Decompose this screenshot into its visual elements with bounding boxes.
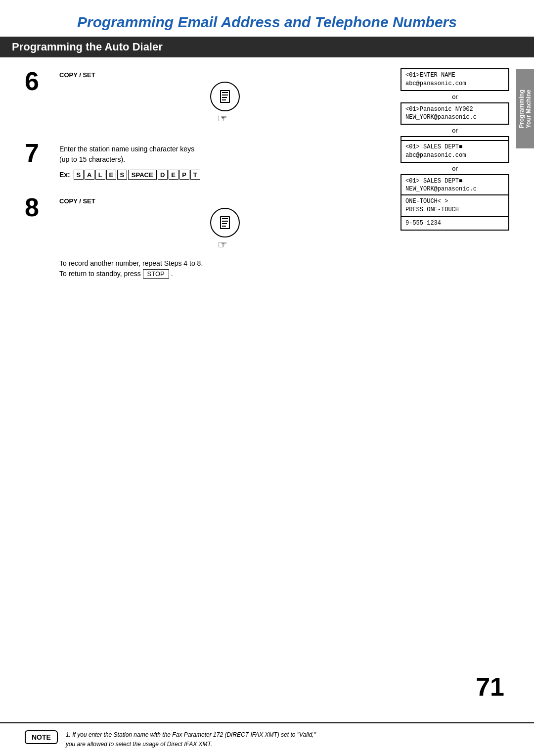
step7-example: Ex: S A L E S SPACE D E P T: [59, 170, 386, 180]
step7-display-2: <01> SALES DEPT■ NEW_YORK@panasonic.c: [400, 174, 509, 197]
step8-right-displays: ONE-TOUCH< > PRESS ONE-TOUCH: [400, 194, 509, 219]
step8-copy-label: COPY / SET: [59, 197, 386, 205]
key-t: T: [190, 170, 200, 180]
step6-display-1: <01>ENTER NAME abc@panasonic.com: [400, 68, 509, 91]
note-text: 1. If you enter the Station name with th…: [66, 730, 316, 749]
step8-display-1: ONE-TOUCH< > PRESS ONE-TOUCH: [400, 194, 509, 217]
note-area: NOTE 1. If you enter the Station name wi…: [0, 722, 534, 756]
or-2: or: [400, 127, 509, 134]
page-wrapper: Programming Email Address and Telephone …: [0, 0, 534, 756]
key-a: A: [85, 170, 94, 180]
step6-display-2: <01>Panasonic NY002 NEW_YORK@panasonic.c: [400, 102, 509, 125]
note-label: NOTE: [25, 730, 58, 744]
main-title: Programming Email Address and Telephone …: [0, 0, 534, 37]
step7-display-1: <01> SALES DEPT■ abc@panasonic.com: [400, 140, 509, 163]
key-l: L: [95, 170, 105, 180]
key-s: S: [74, 170, 84, 180]
step8-button-icon: ☞: [59, 208, 386, 251]
step6-button-icon: ☞: [59, 82, 386, 125]
key-e2: E: [169, 170, 178, 180]
step7-description: Enter the station name using character k…: [59, 144, 386, 165]
step6-copy-label: COPY / SET: [59, 71, 386, 79]
step8-standby-text: To return to standby, press STOP .: [59, 269, 386, 279]
key-p: P: [179, 170, 189, 180]
step8-record-text: To record another number, repeat Steps 4…: [59, 259, 386, 267]
key-d: D: [158, 170, 168, 180]
step-8-number: 8: [25, 194, 54, 279]
key-space: SPACE: [128, 170, 157, 180]
section-header: Programming the Auto Dialer: [0, 37, 534, 57]
key-s2: S: [117, 170, 127, 180]
or-3: or: [400, 165, 509, 172]
page-number: 71: [476, 672, 504, 702]
key-e1: E: [106, 170, 116, 180]
step-6-number: 6: [25, 68, 54, 125]
stop-key: STOP: [143, 269, 169, 279]
or-1: or: [400, 93, 509, 100]
step-7-number: 7: [25, 140, 54, 180]
